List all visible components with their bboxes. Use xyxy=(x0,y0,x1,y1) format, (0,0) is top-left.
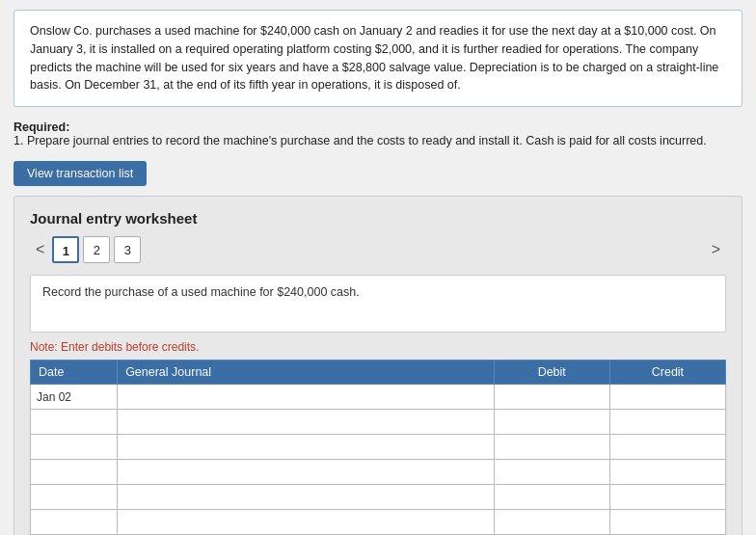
debit-input[interactable] xyxy=(500,466,604,479)
journal-input[interactable] xyxy=(123,390,488,404)
debit-cell[interactable] xyxy=(494,485,609,510)
col-date: Date xyxy=(31,361,118,385)
journal-cell[interactable] xyxy=(118,385,495,410)
credit-input[interactable] xyxy=(616,466,719,479)
next-arrow[interactable]: > xyxy=(706,239,726,260)
date-cell: Jan 02 xyxy=(31,385,118,410)
date-cell xyxy=(31,410,118,435)
description-box: Record the purchase of a used machine fo… xyxy=(30,275,726,333)
view-transaction-button[interactable]: View transaction list xyxy=(14,161,147,186)
credit-cell[interactable] xyxy=(609,435,725,460)
journal-cell[interactable] xyxy=(118,460,495,485)
required-label: Required: 1. Prepare journal entries to … xyxy=(14,120,742,147)
debit-cell[interactable] xyxy=(494,410,609,435)
debit-cell[interactable] xyxy=(494,460,609,485)
tab-navigation: < 1 2 3 > xyxy=(30,236,726,263)
debit-input[interactable] xyxy=(500,390,604,404)
scenario-box: Onslow Co. purchases a used machine for … xyxy=(14,10,742,107)
journal-input[interactable] xyxy=(123,415,488,429)
journal-input[interactable] xyxy=(123,441,488,454)
journal-input[interactable] xyxy=(123,491,488,504)
debit-cell[interactable] xyxy=(494,435,609,460)
debit-input[interactable] xyxy=(500,441,604,454)
worksheet-title: Journal entry worksheet xyxy=(30,210,726,227)
table-row xyxy=(31,435,726,460)
table-row xyxy=(31,460,726,485)
journal-cell[interactable] xyxy=(118,410,495,435)
credit-cell[interactable] xyxy=(609,510,725,535)
page-wrapper: Onslow Co. purchases a used machine for … xyxy=(0,10,756,535)
col-journal: General Journal xyxy=(118,361,495,385)
description-text: Record the purchase of a used machine fo… xyxy=(42,285,360,299)
scenario-text: Onslow Co. purchases a used machine for … xyxy=(30,24,718,92)
journal-cell[interactable] xyxy=(118,435,495,460)
credit-input[interactable] xyxy=(616,415,719,429)
required-instruction: 1. Prepare journal entries to record the… xyxy=(14,134,707,147)
table-row: Jan 02 xyxy=(31,385,726,410)
debit-input[interactable] xyxy=(500,516,604,529)
col-credit: Credit xyxy=(609,361,725,385)
debit-cell[interactable] xyxy=(494,385,609,410)
table-row xyxy=(31,410,726,435)
journal-worksheet: Journal entry worksheet < 1 2 3 > Record… xyxy=(14,196,742,535)
date-cell xyxy=(31,460,118,485)
credit-input[interactable] xyxy=(616,516,719,529)
debit-cell[interactable] xyxy=(494,510,609,535)
required-section: Required: 1. Prepare journal entries to … xyxy=(0,115,756,155)
credit-cell[interactable] xyxy=(609,460,725,485)
date-cell xyxy=(31,510,118,535)
prev-arrow[interactable]: < xyxy=(30,239,50,260)
date-cell xyxy=(31,485,118,510)
journal-cell[interactable] xyxy=(118,510,495,535)
note-text: Note: Enter debits before credits. xyxy=(30,340,726,354)
credit-input[interactable] xyxy=(616,441,719,454)
journal-input[interactable] xyxy=(123,516,488,529)
credit-cell[interactable] xyxy=(609,485,725,510)
journal-input[interactable] xyxy=(123,466,488,479)
col-debit: Debit xyxy=(494,361,609,385)
journal-table: Date General Journal Debit Credit Jan 02 xyxy=(30,360,726,535)
tab-3[interactable]: 3 xyxy=(114,236,141,263)
required-bold: Required: xyxy=(14,120,69,134)
table-row xyxy=(31,510,726,535)
tab-1[interactable]: 1 xyxy=(52,236,79,263)
table-row xyxy=(31,485,726,510)
credit-input[interactable] xyxy=(616,390,719,404)
debit-input[interactable] xyxy=(500,491,604,504)
journal-cell[interactable] xyxy=(118,485,495,510)
date-cell xyxy=(31,435,118,460)
tab-2[interactable]: 2 xyxy=(83,236,110,263)
credit-cell[interactable] xyxy=(609,410,725,435)
debit-input[interactable] xyxy=(500,415,604,429)
credit-input[interactable] xyxy=(616,491,719,504)
credit-cell[interactable] xyxy=(609,385,725,410)
